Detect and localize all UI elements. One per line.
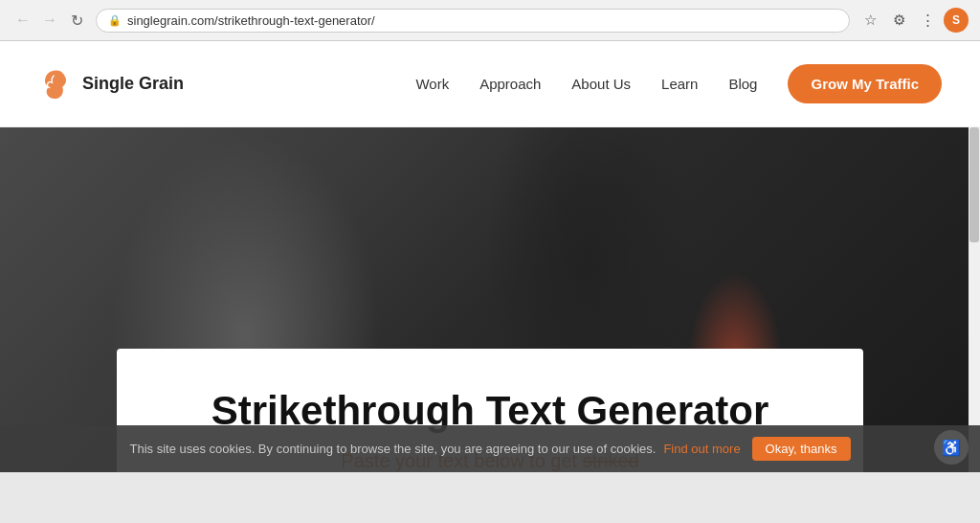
site-header: Single Grain Work Approach About Us Lear… — [0, 41, 980, 127]
nav-blog[interactable]: Blog — [728, 76, 757, 92]
cookie-ok-button[interactable]: Okay, thanks — [752, 437, 851, 461]
logo-icon — [38, 67, 73, 102]
nav-about-us[interactable]: About Us — [571, 76, 631, 92]
scrollbar-track — [969, 127, 980, 472]
nav-work[interactable]: Work — [415, 76, 449, 92]
address-bar[interactable]: 🔒 singlegrain.com/strikethrough-text-gen… — [96, 9, 850, 33]
scrollbar-thumb[interactable] — [969, 127, 979, 242]
url-text: singlegrain.com/strikethrough-text-gener… — [127, 13, 837, 28]
accessibility-icon: ♿ — [942, 439, 961, 457]
nav-approach[interactable]: Approach — [479, 76, 541, 92]
menu-button[interactable]: ⋮ — [915, 8, 940, 33]
refresh-button[interactable]: ↻ — [65, 9, 88, 32]
bookmark-button[interactable]: ☆ — [858, 8, 882, 33]
extension-button[interactable]: ⚙ — [886, 8, 911, 33]
profile-button[interactable]: S — [944, 8, 969, 33]
cta-button[interactable]: Grow My Traffic — [788, 64, 942, 103]
nav-learn[interactable]: Learn — [661, 76, 698, 92]
logo-text: Single Grain — [82, 74, 184, 94]
lock-icon: 🔒 — [108, 14, 122, 27]
accessibility-button[interactable]: ♿ — [934, 430, 969, 465]
forward-button[interactable]: → — [38, 9, 61, 32]
cookie-text: This site uses cookies. By continuing to… — [129, 442, 656, 456]
main-nav: Work Approach About Us Learn Blog Grow M… — [415, 64, 942, 103]
cookie-banner: This site uses cookies. By continuing to… — [0, 425, 980, 472]
logo[interactable]: Single Grain — [38, 67, 184, 102]
hero-section: Strikethrough Text Generator Paste your … — [0, 127, 980, 472]
back-button[interactable]: ← — [11, 9, 34, 32]
cookie-find-out-more[interactable]: Find out more — [663, 442, 740, 456]
